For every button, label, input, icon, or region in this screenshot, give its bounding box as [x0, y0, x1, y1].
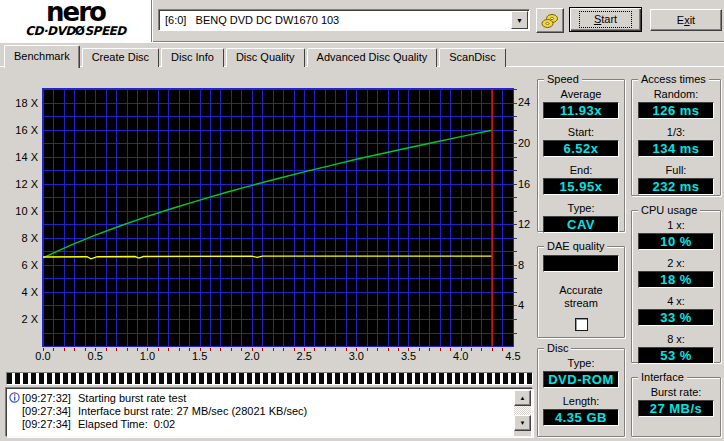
interface-panel: Interface Burst rate:27 MB/s: [631, 377, 721, 437]
disc-label: Type:: [538, 357, 624, 370]
log-timestamp: [09:27:34]: [22, 418, 78, 430]
chart-series-layer: [43, 89, 513, 346]
disc-icon: Ø: [75, 24, 85, 38]
log-timestamp: [09:27:34]: [22, 405, 78, 417]
drive-select[interactable]: [6:0] BENQ DVD DC DW1670 103 ▼: [158, 9, 530, 31]
right-axis-ticks: [514, 89, 517, 346]
y-right-tick-label: 4: [518, 299, 538, 311]
tab-disc-info[interactable]: Disc Info: [161, 48, 224, 67]
scrollbar-track[interactable]: [514, 406, 531, 415]
log-scrollbar[interactable]: ▲ ▼: [514, 390, 531, 436]
disc-panel: Disc Type:DVD-ROMLength:4.35 GB: [537, 348, 625, 437]
access_times-row: Full:232 ms: [632, 164, 720, 195]
access_times-label: Full:: [632, 164, 720, 177]
access_times-row: 1/3:134 ms: [632, 126, 720, 157]
disc-value-display: DVD-ROM: [543, 371, 619, 388]
log-indent: [9, 418, 22, 429]
log-timestamp: [09:27:32]: [22, 392, 78, 404]
drive-select-value: [6:0] BENQ DVD DC DW1670 103: [159, 14, 511, 26]
log-message: Elapsed Time: 0:02: [78, 418, 175, 430]
access_times-value-display: 134 ms: [638, 140, 714, 157]
y-left-tick-label: 18 X: [2, 97, 38, 109]
tab-disc-quality[interactable]: Disc Quality: [226, 48, 305, 67]
log-line: [09:27:32]Starting burst rate test: [9, 391, 512, 404]
drive-select-dropdown-button[interactable]: ▼: [511, 11, 528, 29]
dae-quality-panel: DAE quality Accuratestream: [537, 246, 625, 338]
cpu_usage-label: 2 x:: [632, 257, 720, 270]
y-right-tick-label: 8: [518, 259, 538, 271]
y-right-tick-label: 20: [518, 137, 538, 149]
x-tick-label: 0.0: [31, 350, 55, 362]
x-tick-label: 3.0: [344, 350, 368, 362]
eject-discs-button[interactable]: [536, 8, 564, 33]
dae-quality-display: [543, 255, 619, 272]
progress-bar: [6, 372, 533, 385]
cpu_usage-value-display: 10 %: [638, 233, 714, 250]
y-right-tick-label: 16: [518, 178, 538, 190]
access_times-label: 1/3:: [632, 126, 720, 139]
log-line: [09:27:34]Elapsed Time: 0:02: [9, 417, 512, 430]
cpu_usage-label: 1 x:: [632, 219, 720, 232]
y-left-tick-label: 10 X: [2, 205, 38, 217]
tab-benchmark[interactable]: Benchmark: [4, 45, 80, 68]
interface-panel-title: Interface: [638, 371, 687, 383]
disc-panel-title: Disc: [544, 342, 571, 354]
start-button[interactable]: Start: [569, 7, 642, 32]
access_times-value-display: 126 ms: [638, 102, 714, 119]
scroll-up-button[interactable]: ▲: [514, 390, 531, 406]
header-banner: nero CD·DVDØSPEED [6:0] BENQ DVD DC DW16…: [0, 0, 724, 42]
x-axis-ticks: [43, 348, 513, 351]
cpu_usage-label: 8 x:: [632, 333, 720, 346]
cpu_usage-row: 2 x:18 %: [632, 257, 720, 288]
speed-label: Start:: [538, 126, 624, 139]
arrow-down-icon: ▼: [520, 420, 526, 426]
nero-cd-dvd-speed-window: { "header": { "logo": { "line1": "nero",…: [0, 0, 724, 441]
y-left-tick-label: 4 X: [2, 286, 38, 298]
y-left-tick-label: 2 X: [2, 313, 38, 325]
tab-bar: BenchmarkCreate DiscDisc InfoDisc Qualit…: [4, 44, 508, 67]
exit-button[interactable]: Exit: [650, 9, 722, 31]
nero-logo: nero CD·DVDØSPEED: [0, 0, 152, 42]
log-message: Interface burst rate: 27 MB/sec (28021 K…: [78, 405, 307, 417]
y-right-tick-label: 12: [518, 218, 538, 230]
x-tick-label: 2.5: [292, 350, 316, 362]
log-indent: [9, 405, 22, 416]
rotation-speed-line: [43, 256, 492, 259]
y-right-tick-label: 24: [518, 96, 538, 108]
cpu-usage-panel-title: CPU usage: [638, 204, 700, 216]
speed-row: End:15.95x: [538, 164, 624, 195]
y-left-tick-label: 12 X: [2, 178, 38, 190]
y-left-tick-label: 14 X: [2, 151, 38, 163]
accurate-stream-checkbox[interactable]: [575, 318, 588, 331]
tab-create-disc[interactable]: Create Disc: [82, 48, 159, 67]
log-message: Starting burst rate test: [78, 392, 186, 404]
x-tick-label: 4.0: [449, 350, 473, 362]
status-log: [09:27:32]Starting burst rate test[09:27…: [6, 388, 533, 437]
tab-scandisc[interactable]: ScanDisc: [439, 48, 505, 67]
cpu-usage-panel: CPU usage 1 x:10 %2 x:18 %4 x:33 %8 x:53…: [631, 210, 721, 363]
chevron-down-icon: ▼: [516, 17, 523, 24]
cpu_usage-row: 1 x:10 %: [632, 219, 720, 250]
read-speed-curve: [43, 130, 492, 257]
log-lines: [09:27:32]Starting burst rate test[09:27…: [9, 391, 512, 430]
x-tick-label: 0.5: [83, 350, 107, 362]
interface-label: Burst rate:: [632, 386, 720, 399]
speed-label: Type:: [538, 202, 624, 215]
cd-dvd-speed-logo-text: CD·DVDØSPEED: [0, 25, 151, 38]
speed-value-display: 6.52x: [543, 140, 619, 157]
speed-value-display: CAV: [543, 216, 619, 233]
access_times-value-display: 232 ms: [638, 178, 714, 195]
cpu_usage-row: 8 x:53 %: [632, 333, 720, 364]
x-tick-label: 1.0: [135, 350, 159, 362]
access_times-row: Random:126 ms: [632, 88, 720, 119]
interface-row: Burst rate:27 MB/s: [632, 386, 720, 417]
cpu_usage-row: 4 x:33 %: [632, 295, 720, 326]
log-line: [09:27:34]Interface burst rate: 27 MB/se…: [9, 404, 512, 417]
disc-label: Length:: [538, 395, 624, 408]
speed-label: Average: [538, 88, 624, 101]
tab-advanced-disc-quality[interactable]: Advanced Disc Quality: [307, 48, 438, 67]
x-tick-label: 1.5: [188, 350, 212, 362]
scroll-down-button[interactable]: ▼: [514, 415, 531, 431]
disc-row: Length:4.35 GB: [538, 395, 624, 426]
disc-row: Type:DVD-ROM: [538, 357, 624, 388]
